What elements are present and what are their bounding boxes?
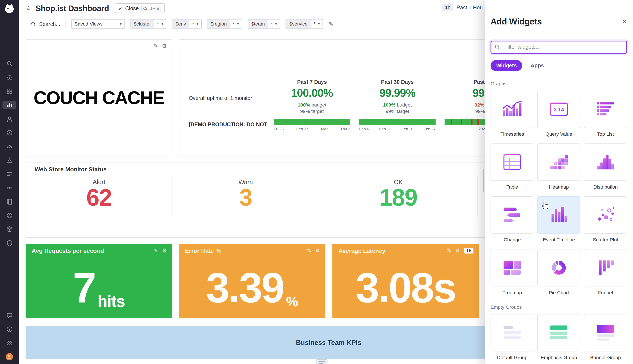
event-timeline-icon <box>547 204 570 226</box>
widget-tile-table[interactable]: Table <box>491 143 534 190</box>
chevron-down-icon: ▾ <box>237 22 239 26</box>
chevron-down-icon: ▾ <box>275 22 277 26</box>
widget-tile-pie-chart[interactable]: Pie Chart <box>537 249 581 295</box>
funnel-icon <box>594 256 617 279</box>
gear-icon[interactable]: ⚙ <box>315 248 320 254</box>
notes-widget-icon[interactable] <box>316 359 328 364</box>
gear-icon[interactable]: ⚙ <box>162 248 167 254</box>
security-icon[interactable] <box>2 211 16 220</box>
edit-variables-pencil-icon[interactable]: ✎ <box>329 20 333 27</box>
datadog-logo[interactable] <box>3 2 16 15</box>
template-var-env[interactable]: $env *▾ <box>172 19 202 29</box>
apm-icon[interactable] <box>2 128 16 136</box>
organization-icon[interactable] <box>2 339 16 347</box>
scatter-plot-icon <box>594 204 617 226</box>
uptime-bar <box>359 119 436 125</box>
uptime-bar <box>274 119 350 125</box>
metrics-gauge-icon[interactable] <box>2 142 16 150</box>
template-var-region[interactable]: $region *▾ <box>207 19 242 29</box>
slo-column-30-days: Past 30 Days 99.99% 100% budget 99% targ… <box>359 79 436 132</box>
search-icon <box>31 21 36 27</box>
graphs-grid: Timeseries 3.14 Query Value Top List <box>491 90 627 295</box>
edit-pencil-icon[interactable]: ✎ <box>153 43 158 49</box>
timeseries-icon <box>501 98 524 120</box>
integrations-icon[interactable] <box>2 184 16 192</box>
dashboards-icon[interactable] <box>2 101 16 109</box>
edit-pencil-icon[interactable]: ✎ <box>307 248 311 254</box>
shortcut-hint: Cmd + E <box>141 6 161 11</box>
filter-widgets-input[interactable] <box>491 40 627 54</box>
search-nav-icon[interactable] <box>2 59 16 68</box>
widget-tile-treemap[interactable]: Treemap <box>491 249 534 295</box>
status-warn[interactable]: Warn 3 <box>172 176 319 216</box>
average-latency-widget[interactable]: Average Latency ✎ ⚙ 1h 3.08s <box>332 244 479 318</box>
serverless-icon[interactable] <box>2 225 16 233</box>
table-icon <box>501 151 524 174</box>
widget-tile-timeseries[interactable]: Timeseries <box>491 90 534 137</box>
query-value: 7hits <box>26 260 172 315</box>
compliance-shield-icon[interactable] <box>2 239 16 247</box>
section-empty-groups-label: Empty Groups <box>491 304 627 310</box>
avg-requests-widget[interactable]: Avg Requests per second ✎ ⚙ 7hits <box>26 244 172 318</box>
widget-tile-emphasis-group[interactable]: Emphasis Group <box>537 314 581 360</box>
edit-pencil-icon[interactable]: ✎ <box>153 248 158 254</box>
events-icon[interactable] <box>2 87 16 95</box>
distribution-icon <box>594 151 617 174</box>
empty-groups-grid: Default Group Emphasis Group Banner Grou… <box>491 314 627 360</box>
widget-tile-change[interactable]: Change <box>491 196 534 242</box>
template-var-team[interactable]: $team *▾ <box>247 19 280 29</box>
favorite-star-icon[interactable]: ☆ <box>26 4 31 12</box>
check-icon: ✓ <box>118 5 123 11</box>
chevron-down-icon: ▾ <box>161 22 163 26</box>
gear-icon[interactable]: ⚙ <box>162 43 167 49</box>
close-icon[interactable]: ✕ <box>622 18 627 25</box>
template-var-cluster[interactable]: $cluster *▾ <box>130 19 167 29</box>
query-value-icon: 3.14 <box>547 98 570 120</box>
status-alert[interactable]: Alert 62 <box>26 176 172 216</box>
chevron-down-icon: ▾ <box>120 22 122 26</box>
widget-tile-query-value[interactable]: 3.14 Query Value <box>537 90 581 137</box>
help-icon[interactable]: ? <box>2 325 16 333</box>
gear-icon[interactable]: ⚙ <box>455 248 460 254</box>
widget-tile-scatter-plot[interactable]: Scatter Plot <box>584 196 627 242</box>
pie-chart-icon <box>547 256 570 279</box>
widget-tile-default-group[interactable]: Default Group <box>491 314 534 360</box>
uptime-axis: Feb 6Feb 13Feb 20Feb 27 <box>359 125 436 132</box>
close-edit-button[interactable]: ✓ Close Cmd + E <box>115 3 165 13</box>
widget-tile-banner-group[interactable]: Banner Group <box>584 314 627 360</box>
user-avatar[interactable] <box>2 353 16 361</box>
notebooks-icon[interactable] <box>2 198 16 206</box>
infrastructure-icon[interactable] <box>2 114 16 123</box>
status-ok[interactable]: OK 189 <box>319 176 477 216</box>
sidebar-bottom: ? <box>2 311 16 361</box>
widget-tile-funnel[interactable]: Funnel <box>584 249 627 295</box>
logs-icon[interactable] <box>2 170 16 178</box>
couch-cache-widget[interactable]: ✎ ⚙ COUCH CACHE <box>26 39 172 156</box>
chat-support-icon[interactable] <box>2 311 16 319</box>
time-range-label: Past 1 Hou <box>457 4 483 10</box>
widget-tile-top-list[interactable]: Top List <box>584 90 627 137</box>
widget-tile-heatmap[interactable]: Heatmap <box>537 143 581 190</box>
widget-time-badge: 1h <box>464 248 474 254</box>
svg-text:3.14: 3.14 <box>554 106 564 112</box>
treemap-icon <box>501 256 524 279</box>
tab-widgets[interactable]: Widgets <box>491 60 522 71</box>
global-sidebar: ? <box>0 0 19 364</box>
tab-apps[interactable]: Apps <box>531 62 544 69</box>
screen: ? ☆ Shop.ist Dashboard ✓ Close Cmd + E 1… <box>0 0 633 364</box>
watchdog-icon[interactable] <box>2 73 16 81</box>
widget-tile-event-timeline[interactable]: Event Timeline <box>537 196 581 242</box>
template-var-service[interactable]: $service *▾ <box>286 19 323 29</box>
page-title: Shop.ist Dashboard <box>36 4 109 13</box>
time-range-picker[interactable]: 1h Past 1 Hou <box>442 4 483 11</box>
saved-views-select[interactable]: Saved Views ▾ <box>71 19 125 29</box>
error-rate-widget[interactable]: Error Rate % ✎ ⚙ 3.39% <box>179 244 326 318</box>
add-widgets-panel: Add Widgets ✕ Widgets Apps Graphs Timese… <box>485 0 633 364</box>
rum-flask-icon[interactable] <box>2 156 16 164</box>
banner-group-icon <box>594 321 617 344</box>
edit-pencil-icon[interactable]: ✎ <box>447 248 451 254</box>
widget-tile-distribution[interactable]: Distribution <box>584 143 627 190</box>
heatmap-icon <box>547 151 570 174</box>
dashboard-scrollbar[interactable] <box>483 168 484 192</box>
dashboard-search[interactable]: Search... <box>31 21 60 27</box>
